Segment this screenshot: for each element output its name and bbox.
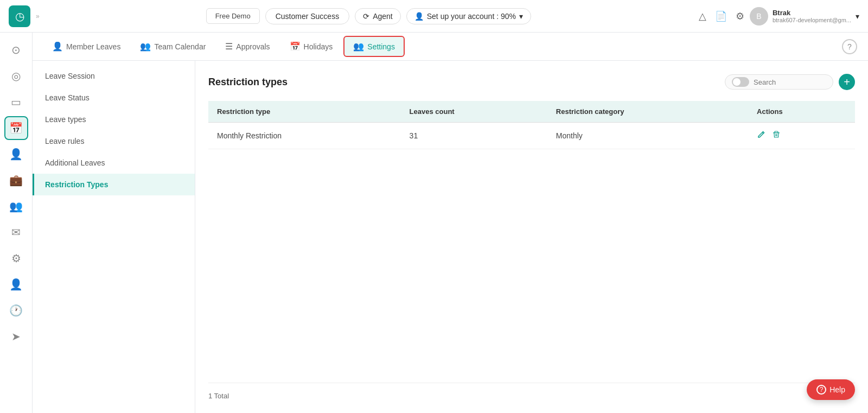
sub-menu-item-leave-status[interactable]: Leave Status	[33, 87, 195, 109]
tab-approvals[interactable]: ☰ Approvals	[216, 37, 278, 56]
setup-person-icon: 👤	[414, 12, 424, 21]
icon-sidebar: ⊙ ◎ ▭ 📅 👤 💼 👥 ✉ ⚙ 👤 🕐 ➤	[0, 33, 33, 413]
help-fab-icon: ?	[816, 385, 826, 395]
table-header-row: Restriction type Leaves count Restrictio…	[208, 101, 855, 123]
customer-success-button[interactable]: Customer Success	[265, 8, 349, 24]
topbar: ◷ » Free Demo Customer Success ⟳ Agent 👤…	[0, 0, 868, 33]
content-area: 👤 Member Leaves 👥 Team Calendar ☰ Approv…	[33, 33, 868, 413]
team-calendar-icon: 👥	[140, 41, 151, 52]
sub-menu: Leave Session Leave Status Leave types L…	[33, 61, 195, 413]
tab-approvals-label: Approvals	[236, 42, 270, 51]
help-circle[interactable]: ?	[842, 39, 857, 54]
sidebar-item-clock2[interactable]: 🕐	[4, 298, 28, 322]
sidebar-item-tv[interactable]: ▭	[4, 90, 28, 114]
sidebar-item-person[interactable]: 👤	[4, 142, 28, 166]
svg-rect-0	[773, 132, 780, 134]
app-logo[interactable]: ◷	[9, 5, 30, 27]
topbar-icons: △ 📄 ⚙	[699, 10, 744, 22]
search-wrap	[725, 74, 833, 90]
help-fab-label: Help	[829, 385, 845, 394]
cell-leaves-count: 31	[401, 123, 547, 149]
tab-team-calendar[interactable]: 👥 Team Calendar	[131, 37, 214, 56]
settings-icon: 👥	[353, 41, 364, 52]
sidebar-item-chart[interactable]: ◎	[4, 64, 28, 88]
username: Btrak	[773, 9, 851, 17]
sub-menu-item-additional-leaves[interactable]: Additional Leaves	[33, 152, 195, 174]
cell-actions	[748, 123, 855, 149]
tab-settings[interactable]: 👥 Settings	[343, 36, 405, 57]
user-info: Btrak btrak607-development@gm...	[773, 9, 851, 23]
member-leaves-icon: 👤	[52, 41, 63, 52]
total-count: 1 Total	[208, 392, 229, 400]
expand-icon[interactable]: »	[36, 12, 40, 20]
setup-button[interactable]: 👤 Set up your account : 90% ▾	[406, 8, 531, 24]
sub-menu-item-leave-rules[interactable]: Leave rules	[33, 130, 195, 152]
secondary-nav: 👤 Member Leaves 👥 Team Calendar ☰ Approv…	[33, 33, 868, 61]
user-email: btrak607-development@gm...	[773, 17, 851, 23]
add-button[interactable]: +	[839, 74, 855, 90]
topbar-center: Free Demo Customer Success ⟳ Agent 👤 Set…	[206, 8, 531, 24]
holidays-icon: 📅	[290, 41, 301, 52]
sidebar-item-calendar[interactable]: 📅	[4, 116, 28, 140]
search-input[interactable]	[754, 78, 819, 86]
setup-dropdown-icon: ▾	[519, 12, 523, 21]
table-row: Monthly Restriction 31 Monthly	[208, 123, 855, 149]
agent-label: Agent	[373, 12, 393, 21]
tab-team-calendar-label: Team Calendar	[154, 42, 206, 51]
sub-menu-item-leave-types[interactable]: Leave types	[33, 109, 195, 130]
col-leaves-count: Leaves count	[401, 101, 547, 123]
tab-member-leaves[interactable]: 👤 Member Leaves	[43, 37, 129, 56]
tab-holidays-label: Holidays	[304, 42, 333, 51]
sidebar-item-clock[interactable]: ⊙	[4, 38, 28, 62]
panel-actions: +	[725, 74, 855, 90]
delete-button[interactable]	[772, 130, 781, 141]
sidebar-item-send[interactable]: ➤	[4, 325, 28, 348]
main-wrap: ⊙ ◎ ▭ 📅 👤 💼 👥 ✉ ⚙ 👤 🕐 ➤ 👤 Member Leaves …	[0, 33, 868, 413]
sidebar-item-settings[interactable]: ⚙	[4, 246, 28, 270]
col-restriction-type: Restriction type	[208, 101, 401, 123]
help-fab-button[interactable]: ? Help	[807, 379, 855, 400]
logo-icon: ◷	[15, 10, 24, 23]
data-table: Restriction type Leaves count Restrictio…	[208, 101, 855, 149]
panel-title: Restriction types	[208, 77, 288, 88]
cell-restriction-category: Monthly	[547, 123, 748, 149]
total-bar: 1 Total	[208, 383, 855, 400]
sub-menu-item-restriction-types[interactable]: Restriction Types	[33, 174, 195, 195]
search-toggle[interactable]	[732, 77, 749, 87]
avatar: B	[750, 7, 768, 26]
main-body: Leave Session Leave Status Leave types L…	[33, 61, 868, 413]
sidebar-item-mail[interactable]: ✉	[4, 220, 28, 244]
sidebar-item-user2[interactable]: 👤	[4, 272, 28, 296]
setup-label: Set up your account : 90%	[427, 12, 516, 21]
tab-holidays[interactable]: 📅 Holidays	[281, 37, 342, 56]
cell-restriction-type: Monthly Restriction	[208, 123, 401, 149]
panel-header: Restriction types +	[208, 74, 855, 90]
free-demo-button[interactable]: Free Demo	[206, 8, 260, 24]
user-dropdown-icon: ▾	[856, 12, 859, 21]
tab-settings-label: Settings	[367, 42, 395, 51]
document-icon[interactable]: 📄	[715, 10, 727, 22]
sidebar-item-briefcase[interactable]: 💼	[4, 168, 28, 192]
col-restriction-category: Restriction category	[547, 101, 748, 123]
approvals-icon: ☰	[225, 41, 233, 52]
edit-button[interactable]	[757, 130, 765, 141]
sub-menu-item-leave-session[interactable]: Leave Session	[33, 65, 195, 87]
user-menu[interactable]: B Btrak btrak607-development@gm... ▾	[750, 7, 859, 26]
right-panel: Restriction types + Restriction type Le	[195, 61, 868, 413]
col-actions: Actions	[748, 101, 855, 123]
sidebar-item-group[interactable]: 👥	[4, 194, 28, 218]
agent-button[interactable]: ⟳ Agent	[355, 8, 401, 24]
tab-member-leaves-label: Member Leaves	[66, 42, 120, 51]
gear-icon[interactable]: ⚙	[736, 10, 744, 22]
alert-icon[interactable]: △	[699, 10, 706, 22]
agent-icon: ⟳	[363, 12, 369, 21]
